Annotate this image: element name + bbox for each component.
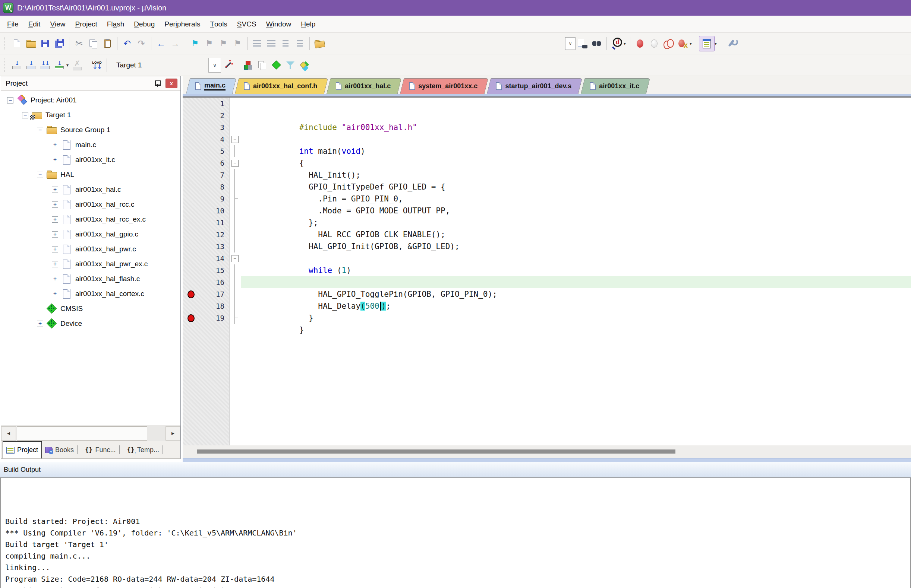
fold-margin[interactable] xyxy=(230,300,241,312)
fold-margin[interactable] xyxy=(230,157,241,169)
menu-item[interactable]: Flash xyxy=(102,16,129,32)
tree-expander[interactable]: − xyxy=(37,172,43,178)
menu-item[interactable]: Project xyxy=(70,16,102,32)
copy-icon[interactable] xyxy=(86,35,100,52)
indent-icon[interactable] xyxy=(250,35,264,52)
scrollbar-thumb[interactable] xyxy=(197,449,676,454)
tree-item[interactable]: + air001xx_hal_cortex.c xyxy=(1,286,180,301)
fold-margin[interactable] xyxy=(230,110,241,121)
menu-item[interactable]: View xyxy=(45,16,70,32)
editor-tab[interactable]: air001xx_hal.c xyxy=(328,78,400,94)
find-in-files-icon[interactable] xyxy=(575,35,590,52)
breakpoint-margin[interactable] xyxy=(183,300,199,312)
navigate-forward-icon[interactable]: → xyxy=(168,35,182,52)
code-line-text[interactable]: HAL_Delay(500); xyxy=(241,276,911,288)
editor-tab[interactable]: main.c xyxy=(188,78,235,94)
breakpoint-disable-icon[interactable] xyxy=(647,35,661,52)
code-line-text[interactable]: while (1) xyxy=(241,241,911,252)
breakpoint-margin[interactable] xyxy=(183,181,199,193)
breakpoint-margin[interactable] xyxy=(183,121,199,133)
menu-item[interactable]: SVCS xyxy=(232,16,261,32)
fold-margin[interactable] xyxy=(230,98,241,110)
fold-margin[interactable] xyxy=(230,193,241,205)
cut-icon[interactable]: ✂ xyxy=(72,35,86,52)
scroll-left-icon[interactable]: ◄ xyxy=(1,426,16,441)
fold-margin[interactable] xyxy=(230,276,241,288)
tree-item[interactable]: − Target 1 xyxy=(1,108,180,123)
stop-build-icon[interactable]: ✗ xyxy=(70,57,84,74)
chevron-down-icon[interactable]: ▾ xyxy=(624,41,626,46)
breakpoint-margin[interactable] xyxy=(183,110,199,121)
tree-item[interactable]: − HAL xyxy=(1,167,180,182)
panel-footer-tab[interactable]: Temp... xyxy=(124,441,167,459)
fold-margin[interactable] xyxy=(230,288,241,300)
chevron-down-icon[interactable]: ▾ xyxy=(66,63,68,68)
code-editor[interactable]: 1 #include "air001xx_hal.h" 2 xyxy=(183,98,911,445)
tree-expander[interactable]: + xyxy=(52,142,58,148)
pack-installer-icon[interactable] xyxy=(297,57,311,74)
breakpoint-margin[interactable] xyxy=(183,205,199,217)
toolbar-drag-handle[interactable] xyxy=(4,58,8,72)
code-line-text[interactable]: __HAL_RCC_GPIOB_CLK_ENABLE(); xyxy=(241,205,911,217)
breakpoint-margin[interactable] xyxy=(183,133,199,145)
tree-expander[interactable]: − xyxy=(22,112,28,118)
tree-expander[interactable]: − xyxy=(7,97,13,103)
code-line-text[interactable]: } xyxy=(241,300,911,312)
tree-item[interactable]: + air001xx_hal_gpio.c xyxy=(1,227,180,242)
select-packs-icon[interactable] xyxy=(283,57,297,74)
scroll-right-icon[interactable]: ► xyxy=(165,426,180,441)
toolbar-drag-handle[interactable] xyxy=(4,37,8,50)
book-icon[interactable] xyxy=(312,35,326,52)
new-file-icon[interactable] xyxy=(10,35,24,52)
menu-item[interactable]: Debug xyxy=(129,16,159,32)
menu-item[interactable]: Tools xyxy=(205,16,232,32)
editor-tab[interactable]: air001xx_hal_conf.h xyxy=(237,78,326,94)
menu-item[interactable]: Help xyxy=(296,16,320,32)
code-line-text[interactable] xyxy=(241,229,911,241)
tree-expander[interactable]: + xyxy=(52,246,58,252)
breakpoint-margin[interactable] xyxy=(183,157,199,169)
editor-hscrollbar[interactable] xyxy=(183,445,911,458)
breakpoint-disable-all-icon[interactable] xyxy=(661,35,676,52)
tree-item[interactable]: + air001xx_hal_pwr_ex.c xyxy=(1,257,180,271)
breakpoint-kill-all-icon[interactable] xyxy=(676,35,690,52)
breakpoint-margin[interactable] xyxy=(183,229,199,241)
target-select[interactable]: Target 1 ∨ xyxy=(113,58,221,73)
bookmark-toggle-icon[interactable]: ⚑ xyxy=(188,35,202,52)
save-icon[interactable] xyxy=(38,35,52,52)
breakpoint-margin[interactable] xyxy=(183,276,199,288)
fold-margin[interactable] xyxy=(230,217,241,229)
panel-footer-tab[interactable]: Books xyxy=(42,441,82,459)
navigate-back-icon[interactable]: ← xyxy=(154,35,168,52)
tree-expander[interactable]: + xyxy=(52,202,58,208)
code-line-text[interactable]: #include "air001xx_hal.h" xyxy=(241,98,911,110)
search-combo[interactable]: ∨ xyxy=(565,37,575,50)
save-all-icon[interactable] xyxy=(52,35,66,52)
chevron-down-icon[interactable]: ▾ xyxy=(690,41,692,46)
tree-item[interactable]: + main.c xyxy=(1,137,180,152)
fold-margin[interactable] xyxy=(230,121,241,133)
tree-item[interactable]: − Source Group 1 xyxy=(1,123,180,137)
tree-item[interactable]: + air001xx_hal_pwr.c xyxy=(1,242,180,257)
build-icon[interactable]: ↓ xyxy=(24,57,38,74)
tree-expander[interactable]: + xyxy=(52,231,58,237)
tree-expander[interactable]: + xyxy=(52,261,58,267)
bookmark-prev-icon[interactable]: ⚑ xyxy=(202,35,216,52)
editor-tab[interactable]: air001xx_it.c xyxy=(583,78,648,94)
options-for-target-icon[interactable] xyxy=(221,57,235,74)
comment-icon[interactable] xyxy=(279,35,293,52)
code-line-text[interactable]: }; xyxy=(241,193,911,205)
redo-icon[interactable]: ↷ xyxy=(134,35,148,52)
chevron-down-icon[interactable]: ∨ xyxy=(208,58,221,73)
window-layout-icon[interactable] xyxy=(699,36,715,52)
pin-icon[interactable] xyxy=(154,80,160,87)
tree-expander[interactable]: + xyxy=(52,276,58,282)
panel-footer-tab[interactable]: Project xyxy=(3,441,42,459)
fold-margin[interactable] xyxy=(230,229,241,241)
breakpoint-margin[interactable] xyxy=(183,252,199,264)
tree-item[interactable]: + air001xx_hal_rcc_ex.c xyxy=(1,212,180,227)
paste-icon[interactable] xyxy=(100,35,114,52)
incremental-find-icon[interactable] xyxy=(590,35,604,52)
breakpoint-icon[interactable] xyxy=(188,314,195,322)
breakpoint-icon[interactable] xyxy=(188,291,195,298)
